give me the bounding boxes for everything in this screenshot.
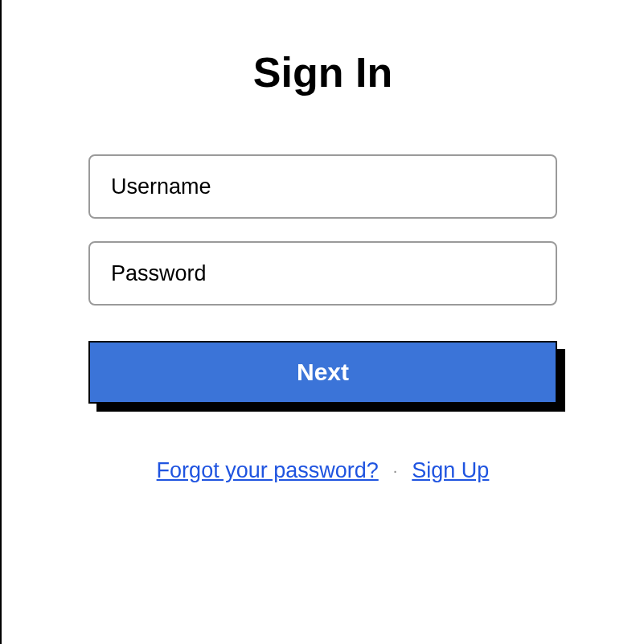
username-input[interactable]: [88, 154, 557, 219]
page-title: Sign In: [253, 48, 392, 96]
links-row: Forgot your password? · Sign Up: [157, 458, 490, 483]
link-separator: ·: [393, 461, 398, 480]
password-input[interactable]: [88, 241, 557, 306]
next-button[interactable]: Next: [88, 341, 557, 404]
sign-up-link[interactable]: Sign Up: [412, 458, 489, 483]
sign-in-form: Sign In Next Forgot your password? · Sig…: [2, 0, 644, 483]
forgot-password-link[interactable]: Forgot your password?: [157, 458, 379, 483]
